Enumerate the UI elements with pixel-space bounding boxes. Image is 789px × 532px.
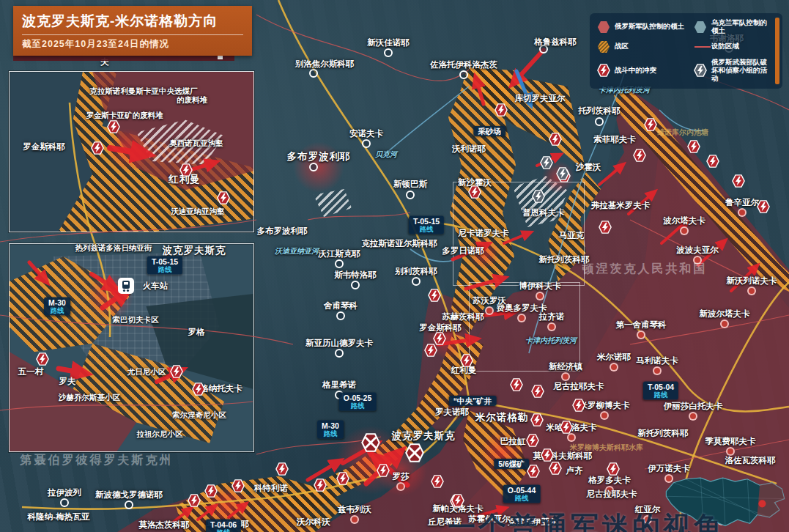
settlement-dot bbox=[384, 48, 393, 57]
place-label: 拉祖尔尼小区 bbox=[137, 429, 183, 440]
clash-marker bbox=[431, 475, 444, 488]
place-label: 的废料堆 bbox=[177, 95, 207, 106]
place-label: 波波夫亚尔 bbox=[676, 245, 719, 256]
clash-marker bbox=[170, 365, 183, 378]
place-label: 格罗多夫卡 bbox=[588, 475, 631, 486]
place-label: 火车站 bbox=[143, 281, 168, 292]
route-badge-sub: 路线 bbox=[152, 266, 178, 274]
route-badge: O-05-44路线 bbox=[503, 485, 541, 503]
route-badge: O-05-25路线 bbox=[339, 393, 377, 411]
route-badge-sub: 路线 bbox=[508, 495, 536, 503]
place-label: 新沃列诺夫卡 bbox=[727, 276, 777, 287]
place-label: 索菲耶夫卡 bbox=[593, 134, 636, 145]
watermark-text: 一个普通军迷的视角 bbox=[448, 509, 725, 532]
route-badge-sub: 路线 bbox=[210, 529, 237, 532]
clash-marker bbox=[757, 200, 770, 213]
settlement-dot bbox=[653, 366, 662, 375]
settlement-dot bbox=[747, 287, 756, 295]
place-label: 别洛焦尔斯科耶 bbox=[295, 59, 355, 70]
route-badge-sub: 路线 bbox=[322, 430, 339, 438]
place-label: 波克罗夫斯克 bbox=[163, 244, 226, 257]
clash-marker bbox=[527, 465, 540, 478]
hex-striped-icon bbox=[597, 40, 610, 53]
clash-marker bbox=[560, 421, 573, 434]
place-label: 尤日尼小区 bbox=[127, 367, 166, 377]
legend-item: 战斗中的冲突 bbox=[597, 59, 694, 83]
region-label: 第聂伯罗彼得罗夫斯克州 bbox=[21, 453, 174, 468]
settlement-dot bbox=[351, 281, 360, 289]
place-label: 尼卡诺罗夫卡 bbox=[459, 228, 509, 239]
legend-item-label: 乌克兰军队控制的领土 bbox=[711, 19, 772, 35]
clash-marker bbox=[36, 352, 49, 366]
legend-item-label: 战区 bbox=[615, 43, 629, 51]
settlement-dot bbox=[680, 226, 689, 235]
settlement-dot bbox=[610, 363, 618, 372]
place-label: 安诺夫卡 bbox=[349, 128, 383, 139]
settlement-dot bbox=[567, 433, 576, 442]
settlement-dot bbox=[350, 515, 359, 524]
route-badge: T-05-15路线 bbox=[409, 216, 444, 234]
place-label: 格里希诺 bbox=[322, 380, 356, 391]
place-label: 克拉斯诺亚尔斯科耶 bbox=[361, 238, 437, 249]
place-label: 尼古拉耶夫卡 bbox=[554, 381, 604, 392]
clash-marker bbox=[424, 344, 437, 357]
clash-marker bbox=[531, 385, 544, 398]
hex-drg-icon bbox=[694, 64, 707, 77]
place-label: 米尔诺格勒 bbox=[475, 411, 529, 424]
river-label: 沃迪亚纳亚河 bbox=[275, 246, 319, 256]
map-subtitle: 截至2025年10月23至24日的情况 bbox=[22, 38, 243, 51]
clash-marker bbox=[377, 464, 390, 477]
settlement-dot bbox=[485, 306, 494, 315]
legend-accent-bar bbox=[775, 18, 779, 84]
war-map-canvas: 夫新沃佳诺耶韦谢洛耶格鲁兹科耶别洛焦尔斯科耶佐洛托伊科洛杰茨库切罗夫亚尔卡津内托… bbox=[0, 0, 789, 532]
clash-marker bbox=[526, 434, 539, 447]
clash-marker bbox=[217, 191, 230, 204]
clash-marker bbox=[460, 354, 473, 367]
settlement-dot bbox=[309, 69, 318, 78]
route-badge-sub: 路线 bbox=[648, 391, 674, 399]
settlement-dot bbox=[561, 372, 570, 381]
recon-sabotage-marker bbox=[556, 167, 569, 180]
clash-marker bbox=[644, 118, 657, 131]
river-label: 卡津内托列茨河 bbox=[525, 336, 577, 346]
region-label: 顿涅茨克人民共和国 bbox=[582, 262, 708, 277]
clash-marker bbox=[549, 133, 562, 146]
route-badge: M-30路线 bbox=[317, 421, 344, 439]
clash-marker bbox=[275, 462, 289, 476]
title-divider bbox=[22, 34, 243, 35]
place-label: 季莫费耶夫卡 bbox=[705, 436, 756, 447]
place-label: 奥西诺瓦亚沟壑 bbox=[169, 138, 223, 149]
place-label: 波尔塔夫卡 bbox=[663, 215, 705, 226]
clash-marker bbox=[541, 448, 554, 462]
legend-item: 俄罗斯军队控制的领土 bbox=[597, 19, 694, 35]
settlement-dot bbox=[336, 311, 345, 320]
place-label: 库切罗夫亚尔 bbox=[515, 93, 566, 104]
hex-clash-icon bbox=[597, 64, 610, 77]
place-label: 沙赫乔尔斯基小区 bbox=[59, 393, 120, 403]
settlement-dot bbox=[459, 70, 468, 79]
clash-marker bbox=[607, 462, 620, 476]
settlement-dot bbox=[362, 139, 371, 148]
place-label: 新沃佳诺耶 bbox=[367, 37, 410, 48]
place-label: 维诺库尔内池塘 bbox=[657, 128, 708, 138]
clash-marker bbox=[428, 289, 441, 302]
settlement-dot bbox=[412, 277, 421, 286]
place-label: 尼古拉耶夫卡 bbox=[587, 489, 637, 500]
place-label: 科隆纳-梅热瓦亚 bbox=[28, 511, 89, 522]
settlement-dot bbox=[637, 330, 645, 339]
clash-marker bbox=[91, 141, 104, 155]
site-badge: “中央”矿井 bbox=[449, 396, 497, 406]
clash-marker bbox=[468, 185, 481, 199]
clash-marker bbox=[204, 484, 218, 498]
battle-marker bbox=[405, 443, 424, 462]
clash-marker bbox=[179, 163, 193, 177]
route-badge: M-30路线 bbox=[44, 298, 70, 316]
place-label: 弗拉基米罗夫卡 bbox=[591, 200, 651, 211]
place-label: 热列兹诺多洛日纳亚街 bbox=[75, 243, 152, 254]
route-badge-sub: 路线 bbox=[48, 307, 66, 315]
settlement-dot bbox=[406, 191, 415, 199]
site-badge: 5/6煤矿 bbox=[494, 459, 529, 469]
clash-marker bbox=[530, 413, 544, 426]
settlement-dot bbox=[517, 314, 526, 322]
place-label: 伊丽莎白托夫卡 bbox=[664, 401, 723, 412]
